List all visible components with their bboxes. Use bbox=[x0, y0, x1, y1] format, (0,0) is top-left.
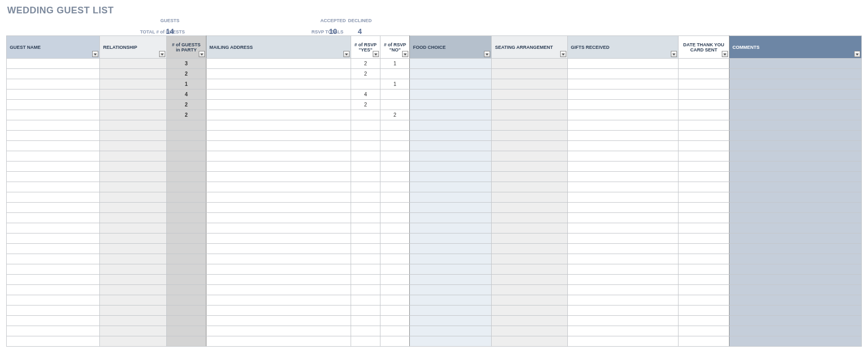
cell-num-guests[interactable] bbox=[166, 223, 206, 234]
cell-thank-you[interactable] bbox=[679, 264, 730, 275]
cell-rsvp-yes[interactable] bbox=[351, 182, 380, 192]
cell-num-guests[interactable] bbox=[166, 234, 206, 244]
cell-rsvp-yes[interactable] bbox=[351, 285, 380, 295]
cell-seating[interactable] bbox=[492, 336, 567, 347]
cell-guest-name[interactable] bbox=[7, 306, 100, 316]
cell-gifts[interactable] bbox=[567, 264, 678, 275]
cell-food-choice[interactable] bbox=[410, 110, 492, 120]
cell-gifts[interactable] bbox=[567, 306, 678, 316]
cell-comments[interactable] bbox=[729, 131, 861, 141]
cell-rsvp-yes[interactable]: 4 bbox=[351, 89, 380, 100]
cell-food-choice[interactable] bbox=[410, 275, 492, 285]
cell-seating[interactable] bbox=[492, 100, 567, 110]
cell-rsvp-yes[interactable] bbox=[351, 203, 380, 213]
cell-mailing-address[interactable] bbox=[206, 326, 351, 336]
header-gifts[interactable]: GIFTS RECEIVED bbox=[567, 36, 678, 59]
header-num-guests[interactable]: # of GUESTS in PARTY bbox=[166, 36, 206, 59]
cell-gifts[interactable] bbox=[567, 100, 678, 110]
cell-seating[interactable] bbox=[492, 141, 567, 151]
cell-thank-you[interactable] bbox=[679, 285, 730, 295]
cell-thank-you[interactable] bbox=[679, 100, 730, 110]
cell-rsvp-no[interactable] bbox=[380, 120, 410, 131]
cell-relationship[interactable] bbox=[100, 295, 167, 306]
cell-num-guests[interactable] bbox=[166, 120, 206, 131]
cell-gifts[interactable] bbox=[567, 285, 678, 295]
cell-mailing-address[interactable] bbox=[206, 244, 351, 254]
cell-rsvp-yes[interactable] bbox=[351, 264, 380, 275]
cell-thank-you[interactable] bbox=[679, 234, 730, 244]
cell-food-choice[interactable] bbox=[410, 69, 492, 79]
cell-guest-name[interactable] bbox=[7, 336, 100, 347]
cell-relationship[interactable] bbox=[100, 131, 167, 141]
cell-thank-you[interactable] bbox=[679, 151, 730, 161]
cell-gifts[interactable] bbox=[567, 316, 678, 326]
filter-icon[interactable] bbox=[402, 51, 408, 57]
cell-comments[interactable] bbox=[729, 223, 861, 234]
cell-guest-name[interactable] bbox=[7, 316, 100, 326]
cell-food-choice[interactable] bbox=[410, 131, 492, 141]
cell-relationship[interactable] bbox=[100, 316, 167, 326]
cell-guest-name[interactable] bbox=[7, 326, 100, 336]
cell-thank-you[interactable] bbox=[679, 336, 730, 347]
cell-rsvp-yes[interactable] bbox=[351, 326, 380, 336]
cell-thank-you[interactable] bbox=[679, 172, 730, 182]
cell-mailing-address[interactable] bbox=[206, 131, 351, 141]
cell-comments[interactable] bbox=[729, 151, 861, 161]
cell-relationship[interactable] bbox=[100, 203, 167, 213]
cell-rsvp-no[interactable] bbox=[380, 306, 410, 316]
cell-thank-you[interactable] bbox=[679, 244, 730, 254]
cell-gifts[interactable] bbox=[567, 244, 678, 254]
cell-gifts[interactable] bbox=[567, 172, 678, 182]
cell-num-guests[interactable] bbox=[166, 192, 206, 203]
cell-guest-name[interactable] bbox=[7, 120, 100, 131]
cell-mailing-address[interactable] bbox=[206, 223, 351, 234]
cell-food-choice[interactable] bbox=[410, 100, 492, 110]
cell-gifts[interactable] bbox=[567, 59, 678, 69]
cell-gifts[interactable] bbox=[567, 213, 678, 223]
cell-rsvp-no[interactable] bbox=[380, 213, 410, 223]
cell-mailing-address[interactable] bbox=[206, 120, 351, 131]
cell-comments[interactable] bbox=[729, 100, 861, 110]
cell-gifts[interactable] bbox=[567, 254, 678, 264]
cell-rsvp-no[interactable] bbox=[380, 203, 410, 213]
cell-comments[interactable] bbox=[729, 172, 861, 182]
cell-relationship[interactable] bbox=[100, 275, 167, 285]
header-relationship[interactable]: RELATIONSHIP bbox=[100, 36, 167, 59]
cell-seating[interactable] bbox=[492, 316, 567, 326]
cell-num-guests[interactable]: 4 bbox=[166, 89, 206, 100]
cell-mailing-address[interactable] bbox=[206, 141, 351, 151]
header-comments[interactable]: COMMENTS bbox=[729, 36, 861, 59]
cell-food-choice[interactable] bbox=[410, 264, 492, 275]
cell-num-guests[interactable] bbox=[166, 295, 206, 306]
cell-relationship[interactable] bbox=[100, 306, 167, 316]
cell-gifts[interactable] bbox=[567, 326, 678, 336]
cell-seating[interactable] bbox=[492, 275, 567, 285]
cell-gifts[interactable] bbox=[567, 192, 678, 203]
cell-relationship[interactable] bbox=[100, 264, 167, 275]
cell-num-guests[interactable] bbox=[166, 275, 206, 285]
cell-relationship[interactable] bbox=[100, 89, 167, 100]
cell-gifts[interactable] bbox=[567, 203, 678, 213]
cell-gifts[interactable] bbox=[567, 161, 678, 172]
cell-mailing-address[interactable] bbox=[206, 110, 351, 120]
cell-mailing-address[interactable] bbox=[206, 89, 351, 100]
cell-mailing-address[interactable] bbox=[206, 161, 351, 172]
cell-num-guests[interactable] bbox=[166, 316, 206, 326]
cell-seating[interactable] bbox=[492, 213, 567, 223]
cell-guest-name[interactable] bbox=[7, 100, 100, 110]
cell-num-guests[interactable] bbox=[166, 161, 206, 172]
cell-guest-name[interactable] bbox=[7, 223, 100, 234]
cell-seating[interactable] bbox=[492, 326, 567, 336]
cell-mailing-address[interactable] bbox=[206, 316, 351, 326]
cell-rsvp-no[interactable] bbox=[380, 336, 410, 347]
cell-seating[interactable] bbox=[492, 192, 567, 203]
cell-food-choice[interactable] bbox=[410, 172, 492, 182]
cell-rsvp-no[interactable] bbox=[380, 100, 410, 110]
cell-guest-name[interactable] bbox=[7, 192, 100, 203]
cell-guest-name[interactable] bbox=[7, 161, 100, 172]
cell-food-choice[interactable] bbox=[410, 89, 492, 100]
filter-icon[interactable] bbox=[92, 51, 98, 57]
cell-guest-name[interactable] bbox=[7, 254, 100, 264]
cell-food-choice[interactable] bbox=[410, 244, 492, 254]
cell-food-choice[interactable] bbox=[410, 213, 492, 223]
